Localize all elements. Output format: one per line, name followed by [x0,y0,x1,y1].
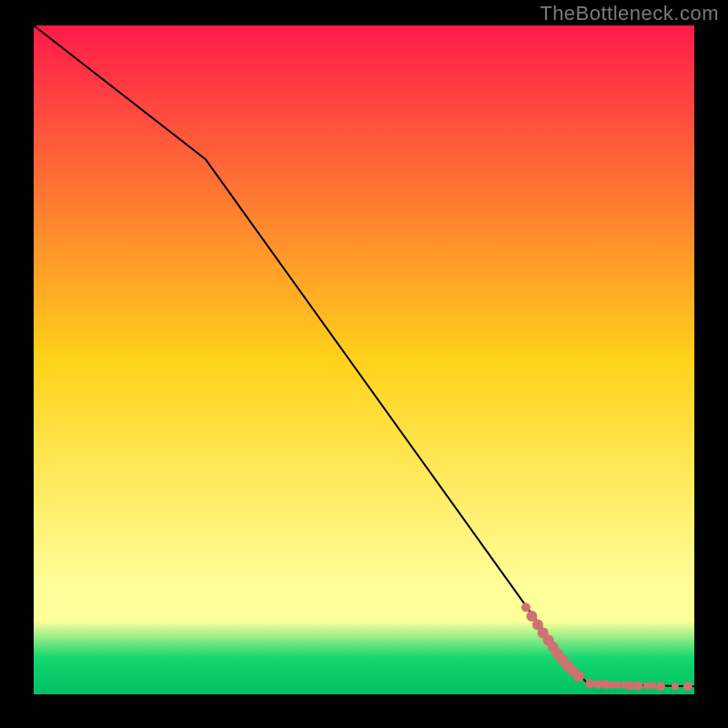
data-marker [573,671,584,682]
data-marker [633,681,642,690]
chart-frame: TheBottleneck.com [0,0,728,728]
data-marker [614,682,622,689]
data-marker [626,681,635,690]
data-marker [656,682,665,691]
data-marker [585,679,594,688]
plot-area [34,25,694,694]
data-marker [521,603,531,612]
data-marker [593,680,602,689]
data-marker [649,682,656,689]
watermark-text: TheBottleneck.com [540,2,719,25]
plot-svg [34,25,694,694]
data-marker [683,682,693,691]
data-marker [672,682,679,690]
gradient-background [34,25,694,694]
